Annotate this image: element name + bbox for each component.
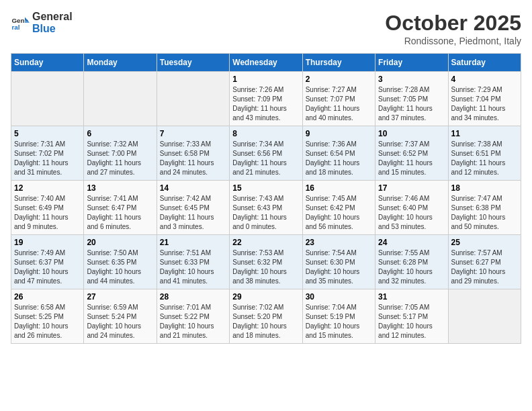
weekday-header: Sunday <box>11 54 84 72</box>
weekday-header: Friday <box>375 54 448 72</box>
day-info: Sunrise: 7:51 AM Sunset: 6:33 PM Dayligh… <box>160 248 226 286</box>
calendar-cell: 11Sunrise: 7:38 AM Sunset: 6:51 PM Dayli… <box>448 126 521 181</box>
day-info: Sunrise: 7:43 AM Sunset: 6:43 PM Dayligh… <box>232 194 299 232</box>
day-info: Sunrise: 7:31 AM Sunset: 7:02 PM Dayligh… <box>14 140 81 177</box>
calendar-cell: 19Sunrise: 7:49 AM Sunset: 6:37 PM Dayli… <box>11 235 84 289</box>
day-info: Sunrise: 7:45 AM Sunset: 6:42 PM Dayligh… <box>306 194 372 232</box>
day-number: 28 <box>160 292 226 302</box>
calendar-cell: 12Sunrise: 7:40 AM Sunset: 6:49 PM Dayli… <box>11 181 84 235</box>
day-number: 26 <box>14 292 81 302</box>
weekday-header: Monday <box>84 54 157 72</box>
calendar-cell <box>11 72 84 126</box>
day-info: Sunrise: 7:33 AM Sunset: 6:58 PM Dayligh… <box>160 140 226 177</box>
calendar-cell: 5Sunrise: 7:31 AM Sunset: 7:02 PM Daylig… <box>11 126 84 181</box>
day-number: 7 <box>160 129 226 138</box>
calendar-cell: 30Sunrise: 7:04 AM Sunset: 5:19 PM Dayli… <box>302 289 375 344</box>
calendar-cell: 25Sunrise: 7:57 AM Sunset: 6:27 PM Dayli… <box>448 235 521 289</box>
day-info: Sunrise: 7:47 AM Sunset: 6:38 PM Dayligh… <box>451 194 518 232</box>
calendar-table: SundayMondayTuesdayWednesdayThursdayFrid… <box>11 53 521 344</box>
day-info: Sunrise: 7:02 AM Sunset: 5:20 PM Dayligh… <box>232 303 299 340</box>
calendar-cell: 4Sunrise: 7:29 AM Sunset: 7:04 PM Daylig… <box>448 72 521 126</box>
page-header: Gene ral General Blue October 2025 Rondi… <box>11 11 521 46</box>
calendar-cell: 2Sunrise: 7:27 AM Sunset: 7:07 PM Daylig… <box>302 72 375 126</box>
day-number: 11 <box>451 129 518 138</box>
logo-icon: Gene ral <box>11 13 30 32</box>
calendar-header-row: SundayMondayTuesdayWednesdayThursdayFrid… <box>11 54 521 72</box>
day-number: 14 <box>160 183 226 193</box>
day-number: 8 <box>232 129 299 138</box>
day-info: Sunrise: 7:05 AM Sunset: 5:17 PM Dayligh… <box>378 303 445 340</box>
day-info: Sunrise: 7:28 AM Sunset: 7:05 PM Dayligh… <box>378 85 445 123</box>
location: Rondissone, Piedmont, Italy <box>385 36 521 46</box>
day-number: 25 <box>451 238 518 247</box>
calendar-cell: 29Sunrise: 7:02 AM Sunset: 5:20 PM Dayli… <box>230 289 302 344</box>
day-info: Sunrise: 7:26 AM Sunset: 7:09 PM Dayligh… <box>232 85 299 123</box>
weekday-header: Thursday <box>302 54 375 72</box>
day-number: 20 <box>87 238 153 247</box>
calendar-cell: 27Sunrise: 6:59 AM Sunset: 5:24 PM Dayli… <box>84 289 157 344</box>
calendar-cell: 15Sunrise: 7:43 AM Sunset: 6:43 PM Dayli… <box>230 181 302 235</box>
day-number: 29 <box>232 292 299 302</box>
calendar-week-row: 26Sunrise: 6:58 AM Sunset: 5:25 PM Dayli… <box>11 289 521 344</box>
day-number: 15 <box>232 183 299 193</box>
day-number: 22 <box>232 238 299 247</box>
calendar-cell: 24Sunrise: 7:55 AM Sunset: 6:28 PM Dayli… <box>375 235 448 289</box>
calendar-cell <box>84 72 157 126</box>
calendar-cell: 10Sunrise: 7:37 AM Sunset: 6:52 PM Dayli… <box>375 126 448 181</box>
day-info: Sunrise: 7:29 AM Sunset: 7:04 PM Dayligh… <box>451 85 518 123</box>
logo-text-line1: General <box>32 11 73 23</box>
calendar-cell: 13Sunrise: 7:41 AM Sunset: 6:47 PM Dayli… <box>84 181 157 235</box>
calendar-cell: 31Sunrise: 7:05 AM Sunset: 5:17 PM Dayli… <box>375 289 448 344</box>
calendar-cell: 23Sunrise: 7:54 AM Sunset: 6:30 PM Dayli… <box>302 235 375 289</box>
day-info: Sunrise: 7:55 AM Sunset: 6:28 PM Dayligh… <box>378 248 445 286</box>
calendar-cell <box>448 289 521 344</box>
calendar-cell: 21Sunrise: 7:51 AM Sunset: 6:33 PM Dayli… <box>157 235 229 289</box>
day-number: 21 <box>160 238 226 247</box>
day-number: 3 <box>378 75 445 84</box>
day-info: Sunrise: 7:37 AM Sunset: 6:52 PM Dayligh… <box>378 140 445 177</box>
day-info: Sunrise: 7:01 AM Sunset: 5:22 PM Dayligh… <box>160 303 226 340</box>
day-info: Sunrise: 7:32 AM Sunset: 7:00 PM Dayligh… <box>87 140 153 177</box>
day-number: 19 <box>14 238 81 247</box>
day-number: 31 <box>378 292 445 302</box>
day-info: Sunrise: 6:58 AM Sunset: 5:25 PM Dayligh… <box>14 303 81 340</box>
calendar-cell: 9Sunrise: 7:36 AM Sunset: 6:54 PM Daylig… <box>302 126 375 181</box>
day-info: Sunrise: 7:38 AM Sunset: 6:51 PM Dayligh… <box>451 140 518 177</box>
calendar-cell: 6Sunrise: 7:32 AM Sunset: 7:00 PM Daylig… <box>84 126 157 181</box>
day-number: 24 <box>378 238 445 247</box>
day-number: 17 <box>378 183 445 193</box>
day-number: 5 <box>14 129 81 138</box>
calendar-body: 1Sunrise: 7:26 AM Sunset: 7:09 PM Daylig… <box>11 72 521 344</box>
calendar-cell: 8Sunrise: 7:34 AM Sunset: 6:56 PM Daylig… <box>230 126 302 181</box>
day-number: 10 <box>378 129 445 138</box>
calendar-cell: 28Sunrise: 7:01 AM Sunset: 5:22 PM Dayli… <box>157 289 229 344</box>
logo: Gene ral General Blue <box>11 11 73 35</box>
day-number: 6 <box>87 129 153 138</box>
calendar-cell: 1Sunrise: 7:26 AM Sunset: 7:09 PM Daylig… <box>230 72 302 126</box>
calendar-cell: 14Sunrise: 7:42 AM Sunset: 6:45 PM Dayli… <box>157 181 229 235</box>
day-info: Sunrise: 7:34 AM Sunset: 6:56 PM Dayligh… <box>232 140 299 177</box>
day-info: Sunrise: 7:46 AM Sunset: 6:40 PM Dayligh… <box>378 194 445 232</box>
calendar-week-row: 19Sunrise: 7:49 AM Sunset: 6:37 PM Dayli… <box>11 235 521 289</box>
day-info: Sunrise: 7:27 AM Sunset: 7:07 PM Dayligh… <box>306 85 372 123</box>
title-block: October 2025 Rondissone, Piedmont, Italy <box>385 11 521 46</box>
day-info: Sunrise: 7:54 AM Sunset: 6:30 PM Dayligh… <box>306 248 372 286</box>
calendar-week-row: 12Sunrise: 7:40 AM Sunset: 6:49 PM Dayli… <box>11 181 521 235</box>
day-number: 16 <box>306 183 372 193</box>
calendar-cell <box>157 72 229 126</box>
calendar-week-row: 5Sunrise: 7:31 AM Sunset: 7:02 PM Daylig… <box>11 126 521 181</box>
day-info: Sunrise: 7:49 AM Sunset: 6:37 PM Dayligh… <box>14 248 81 286</box>
day-number: 30 <box>306 292 372 302</box>
weekday-header: Tuesday <box>157 54 229 72</box>
day-info: Sunrise: 7:42 AM Sunset: 6:45 PM Dayligh… <box>160 194 226 232</box>
day-number: 23 <box>306 238 372 247</box>
day-info: Sunrise: 7:41 AM Sunset: 6:47 PM Dayligh… <box>87 194 153 232</box>
day-info: Sunrise: 7:40 AM Sunset: 6:49 PM Dayligh… <box>14 194 81 232</box>
day-number: 13 <box>87 183 153 193</box>
logo-text-line2: Blue <box>32 23 73 35</box>
calendar-cell: 7Sunrise: 7:33 AM Sunset: 6:58 PM Daylig… <box>157 126 229 181</box>
weekday-header: Saturday <box>448 54 521 72</box>
day-number: 27 <box>87 292 153 302</box>
day-info: Sunrise: 7:36 AM Sunset: 6:54 PM Dayligh… <box>306 140 372 177</box>
day-info: Sunrise: 7:50 AM Sunset: 6:35 PM Dayligh… <box>87 248 153 286</box>
